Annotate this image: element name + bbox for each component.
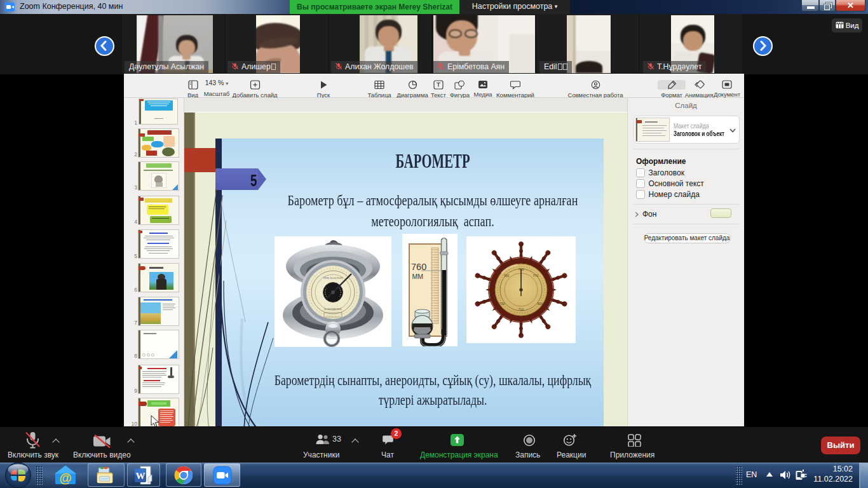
svg-text:770: 770	[533, 274, 539, 278]
svg-text:730: 730	[499, 302, 505, 306]
svg-text:710: 710	[519, 308, 524, 311]
svg-text:W: W	[136, 471, 146, 481]
svg-text:@: @	[59, 471, 72, 485]
svg-text:THE DALTON: THE DALTON	[323, 276, 343, 280]
svg-text:ММ: ММ	[412, 273, 424, 280]
svg-text:800: 800	[538, 302, 543, 306]
svg-text:BAROMETER: BAROMETER	[324, 308, 342, 311]
svg-text:750: 750	[504, 274, 510, 278]
